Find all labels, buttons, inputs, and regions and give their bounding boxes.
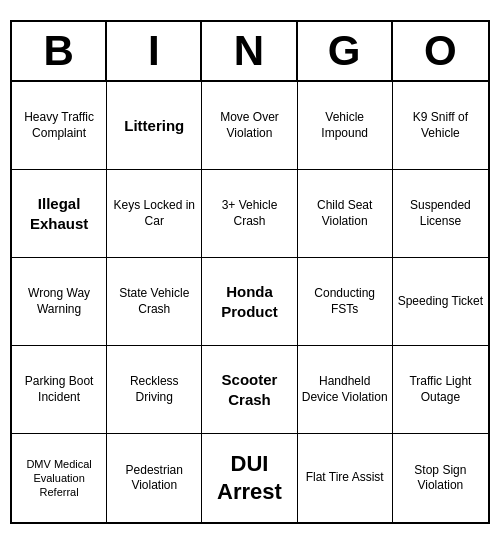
bingo-cell-11: State Vehicle Crash	[107, 258, 202, 346]
bingo-cell-9: Suspended License	[393, 170, 488, 258]
bingo-cell-10: Wrong Way Warning	[12, 258, 107, 346]
bingo-cell-20: DMV Medical Evaluation Referral	[12, 434, 107, 522]
bingo-cell-17: Scooter Crash	[202, 346, 297, 434]
bingo-cell-8: Child Seat Violation	[298, 170, 393, 258]
bingo-letter-i: I	[107, 22, 202, 80]
bingo-cell-24: Stop Sign Violation	[393, 434, 488, 522]
bingo-cell-15: Parking Boot Incident	[12, 346, 107, 434]
bingo-grid: Heavy Traffic ComplaintLitteringMove Ove…	[12, 82, 488, 522]
bingo-cell-2: Move Over Violation	[202, 82, 297, 170]
bingo-cell-22: DUI Arrest	[202, 434, 297, 522]
bingo-letter-o: O	[393, 22, 488, 80]
bingo-cell-4: K9 Sniff of Vehicle	[393, 82, 488, 170]
bingo-cell-7: 3+ Vehicle Crash	[202, 170, 297, 258]
bingo-cell-6: Keys Locked in Car	[107, 170, 202, 258]
bingo-letter-b: B	[12, 22, 107, 80]
bingo-letter-n: N	[202, 22, 297, 80]
bingo-cell-19: Traffic Light Outage	[393, 346, 488, 434]
bingo-cell-0: Heavy Traffic Complaint	[12, 82, 107, 170]
bingo-cell-16: Reckless Driving	[107, 346, 202, 434]
bingo-cell-21: Pedestrian Violation	[107, 434, 202, 522]
bingo-card: BINGO Heavy Traffic ComplaintLitteringMo…	[10, 20, 490, 524]
bingo-cell-23: Flat Tire Assist	[298, 434, 393, 522]
bingo-cell-18: Handheld Device Violation	[298, 346, 393, 434]
bingo-letter-g: G	[298, 22, 393, 80]
bingo-cell-3: Vehicle Impound	[298, 82, 393, 170]
bingo-cell-12: Honda Product	[202, 258, 297, 346]
bingo-cell-13: Conducting FSTs	[298, 258, 393, 346]
bingo-cell-1: Littering	[107, 82, 202, 170]
bingo-header: BINGO	[12, 22, 488, 82]
bingo-cell-5: Illegal Exhaust	[12, 170, 107, 258]
bingo-cell-14: Speeding Ticket	[393, 258, 488, 346]
